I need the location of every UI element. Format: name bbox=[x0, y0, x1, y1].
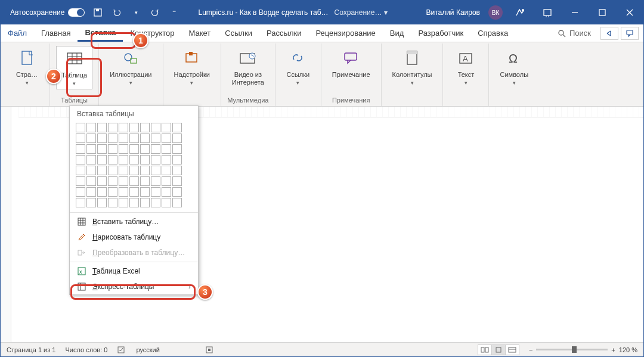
save-icon[interactable] bbox=[91, 5, 105, 20]
svg-rect-23 bbox=[345, 53, 357, 60]
coming-soon-icon[interactable] bbox=[506, 1, 534, 24]
textbox-icon: A bbox=[458, 48, 473, 69]
svg-rect-11 bbox=[22, 51, 32, 64]
status-language[interactable]: русский bbox=[136, 346, 159, 353]
close-button[interactable] bbox=[616, 1, 643, 24]
redo-icon[interactable] bbox=[148, 5, 162, 20]
comment-label: Примечание bbox=[332, 71, 370, 79]
headerfooter-icon bbox=[405, 48, 419, 69]
svg-point-22 bbox=[249, 53, 255, 59]
svg-text:A: A bbox=[463, 54, 468, 63]
spellcheck-icon[interactable] bbox=[117, 346, 126, 354]
draw-table-label: арисовать таблицу bbox=[98, 233, 161, 241]
autosave-label: Автосохранение bbox=[10, 8, 64, 17]
zoom-in-button[interactable]: + bbox=[611, 346, 615, 353]
tab-references[interactable]: Ссылки bbox=[218, 24, 259, 42]
search-icon bbox=[558, 29, 566, 38]
chevron-right-icon: › bbox=[188, 283, 191, 291]
excel-table-item[interactable]: x Таблица Excel bbox=[70, 263, 198, 279]
text-label: Текст bbox=[458, 71, 475, 78]
illustrations-label: Иллюстрации bbox=[110, 71, 151, 78]
tab-developer[interactable]: Разработчик bbox=[411, 24, 470, 42]
svg-rect-42 bbox=[78, 250, 82, 255]
dropdown-title: Вставка таблицы bbox=[70, 106, 198, 120]
svg-rect-35 bbox=[509, 347, 516, 352]
share-button[interactable] bbox=[600, 27, 618, 40]
illustrations-button[interactable]: Иллюстрации▾ bbox=[105, 46, 156, 88]
view-buttons bbox=[478, 344, 519, 355]
comments-button[interactable] bbox=[621, 27, 639, 40]
links-button[interactable]: Ссылки▾ bbox=[281, 46, 315, 88]
tab-file[interactable]: Файл bbox=[1, 24, 34, 42]
undo-icon[interactable] bbox=[110, 5, 124, 20]
svg-text:Ω: Ω bbox=[509, 52, 518, 65]
group-comments: Примечания bbox=[332, 95, 370, 106]
status-bar: Страница 1 из 1 Число слов: 0 русский − … bbox=[1, 342, 643, 356]
symbols-button[interactable]: Ω Символы▾ bbox=[495, 46, 533, 88]
zoom-value[interactable]: 120 % bbox=[619, 346, 637, 353]
qat-caret-icon[interactable]: ▾ bbox=[129, 5, 143, 20]
user-name[interactable]: Виталий Каиров bbox=[426, 8, 480, 17]
svg-rect-5 bbox=[599, 10, 605, 15]
tab-view[interactable]: Вид bbox=[383, 24, 411, 42]
comment-button[interactable]: Примечание bbox=[327, 46, 375, 81]
tab-layout[interactable]: Макет bbox=[182, 24, 218, 42]
addins-icon bbox=[184, 48, 200, 69]
table-icon bbox=[66, 49, 83, 69]
group-media: Мультимедиа bbox=[227, 95, 268, 106]
svg-rect-3 bbox=[544, 10, 551, 15]
vertical-ruler[interactable] bbox=[1, 107, 11, 342]
ribbon-options-icon[interactable] bbox=[534, 1, 561, 24]
view-read-icon[interactable] bbox=[478, 344, 492, 355]
omega-icon: Ω bbox=[506, 48, 522, 69]
tab-review[interactable]: Рецензирование bbox=[308, 24, 382, 42]
excel-table-label: аблица Excel bbox=[97, 267, 140, 275]
svg-text:x: x bbox=[79, 269, 82, 275]
svg-rect-37 bbox=[78, 218, 85, 225]
svg-rect-31 bbox=[208, 349, 210, 351]
macro-icon[interactable] bbox=[205, 346, 213, 354]
headerfooter-button[interactable]: Колонтитулы▾ bbox=[388, 46, 437, 88]
title-bar: Автосохранение ▾ ⁼ Lumpics.ru - Как в Во… bbox=[1, 1, 643, 24]
svg-rect-45 bbox=[78, 283, 85, 290]
zoom-out-button[interactable]: − bbox=[529, 346, 532, 353]
table-dropdown: Вставка таблицы Вставить таблицу… Нарисо… bbox=[69, 105, 199, 295]
minimize-button[interactable] bbox=[561, 1, 589, 24]
headerfooter-label: Колонтитулы bbox=[392, 71, 432, 78]
maximize-button[interactable] bbox=[589, 1, 616, 24]
comment-icon bbox=[343, 48, 360, 69]
avatar[interactable]: ВК bbox=[488, 5, 503, 20]
view-web-icon[interactable] bbox=[505, 344, 519, 355]
zoom-slider[interactable] bbox=[536, 349, 608, 350]
draw-table-item[interactable]: Нарисовать таблицу bbox=[70, 229, 198, 245]
text-button[interactable]: A Текст▾ bbox=[449, 46, 482, 88]
search-box[interactable]: Поиск bbox=[553, 24, 596, 42]
convert-table-label: реобразовать в таблицу… bbox=[98, 249, 185, 257]
zoom-control: − + 120 % bbox=[529, 346, 637, 353]
svg-rect-34 bbox=[496, 347, 501, 352]
insert-table-item[interactable]: Вставить таблицу… bbox=[70, 214, 198, 229]
saving-status[interactable]: Сохранение… ▾ bbox=[335, 8, 388, 17]
view-print-icon[interactable] bbox=[491, 344, 506, 355]
table-size-grid[interactable] bbox=[70, 120, 198, 211]
group-tables: Таблицы bbox=[61, 95, 88, 106]
page-icon bbox=[20, 48, 34, 69]
excel-icon: x bbox=[77, 266, 86, 276]
table-button[interactable]: Таблица▾ bbox=[56, 46, 92, 89]
tab-insert[interactable]: Вставка bbox=[78, 24, 123, 42]
badge-2: 2 bbox=[46, 69, 61, 84]
tab-design[interactable]: Конструктор bbox=[123, 24, 181, 42]
video-icon bbox=[239, 48, 257, 69]
pages-button[interactable]: Стра…▾ bbox=[10, 46, 44, 88]
quick-tables-item[interactable]: Экспресс-таблицы › bbox=[70, 279, 198, 294]
addins-button[interactable]: Надстройки▾ bbox=[169, 46, 215, 88]
status-page[interactable]: Страница 1 из 1 bbox=[7, 346, 55, 353]
autosave-toggle[interactable] bbox=[68, 8, 85, 17]
tab-help[interactable]: Справка bbox=[470, 24, 515, 42]
online-video-button[interactable]: Видео из Интернета bbox=[227, 46, 269, 88]
tab-mailings[interactable]: Рассылки bbox=[259, 24, 308, 42]
search-label: Поиск bbox=[569, 29, 591, 38]
status-words[interactable]: Число слов: 0 bbox=[65, 346, 107, 353]
tab-home[interactable]: Главная bbox=[34, 24, 78, 42]
qat-customize-icon[interactable]: ⁼ bbox=[167, 5, 181, 20]
